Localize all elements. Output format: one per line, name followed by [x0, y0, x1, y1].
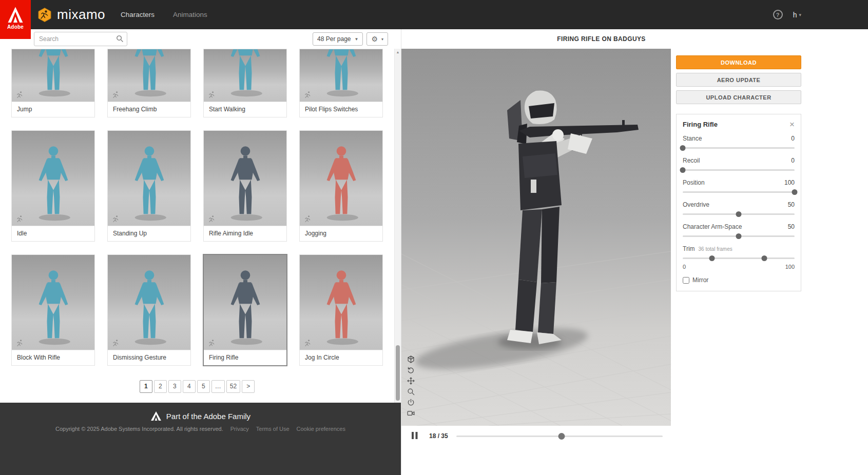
upload-character-button[interactable]: UPLOAD CHARACTER: [676, 90, 801, 104]
slider-track-area[interactable]: [683, 211, 795, 217]
animation-thumbnail[interactable]: [12, 255, 94, 350]
library-scrollbar[interactable]: ▲: [394, 49, 401, 403]
trim-handle-end[interactable]: [762, 255, 767, 261]
nav-animations[interactable]: Animations: [173, 11, 207, 18]
undo-icon[interactable]: [407, 366, 415, 374]
nav-characters[interactable]: Characters: [121, 11, 155, 18]
animation-thumbnail[interactable]: [108, 131, 190, 226]
animation-card-label: Start Walking: [204, 102, 286, 117]
help-button[interactable]: ?: [773, 10, 783, 19]
animation-thumbnail[interactable]: [12, 49, 94, 102]
topbar-right-group: ? h ▾: [773, 0, 801, 29]
cookie-preferences-link[interactable]: Cookie preferences: [297, 426, 345, 432]
animation-card[interactable]: Pilot Flips Switches: [299, 49, 383, 117]
slider-value: 0: [791, 157, 795, 164]
animation-type-run-icon: [304, 339, 312, 347]
animation-card[interactable]: Start Walking: [203, 49, 287, 117]
zoom-icon[interactable]: [407, 387, 415, 396]
animation-thumbnail[interactable]: [108, 255, 190, 350]
animation-thumbnail[interactable]: [204, 255, 286, 350]
animation-card[interactable]: Dismissing Gesture: [107, 254, 191, 366]
slider-track-area[interactable]: [683, 189, 795, 195]
mixamo-logo[interactable]: mixamo: [37, 7, 105, 23]
slider-handle[interactable]: [680, 167, 686, 173]
pagination-page-button[interactable]: 3: [168, 380, 181, 393]
power-icon[interactable]: [407, 398, 415, 407]
animation-card[interactable]: Rifle Aiming Idle: [203, 130, 287, 242]
scrollbar-thumb[interactable]: [396, 345, 400, 401]
slider-track-area[interactable]: [683, 167, 795, 173]
pan-icon[interactable]: [407, 377, 415, 385]
privacy-link[interactable]: Privacy: [230, 426, 249, 432]
animation-card[interactable]: Jump: [11, 49, 95, 117]
animation-thumbnail[interactable]: [300, 49, 382, 102]
animation-card[interactable]: Firing Rifle: [203, 254, 287, 366]
mirror-checkbox[interactable]: [683, 277, 689, 284]
scroll-up-arrow[interactable]: ▲: [395, 49, 401, 56]
adobe-logo[interactable]: Adobe: [0, 0, 31, 39]
pagination-page-button[interactable]: 2: [154, 380, 167, 393]
animation-card[interactable]: Idle: [11, 130, 95, 242]
trim-min: 0: [683, 264, 686, 270]
pagination-page-button[interactable]: 52: [226, 380, 240, 393]
slider-track-area[interactable]: [683, 233, 795, 239]
cube-icon[interactable]: [407, 355, 415, 364]
adobe-family-icon: [150, 411, 162, 421]
trim-track[interactable]: [683, 258, 795, 259]
character-figure: [128, 269, 170, 346]
close-icon[interactable]: ×: [789, 120, 795, 129]
character-figure: [32, 145, 74, 222]
timeline-handle[interactable]: [558, 433, 565, 440]
animation-thumbnail[interactable]: [108, 49, 190, 102]
timeline-slider[interactable]: [456, 432, 663, 440]
slider-handle[interactable]: [736, 233, 742, 239]
search-icon[interactable]: [116, 35, 124, 43]
animation-card[interactable]: Freehang Climb: [107, 49, 191, 117]
terms-link[interactable]: Terms of Use: [256, 426, 290, 432]
trim-minmax-row: 0 100: [683, 264, 795, 270]
slider-track[interactable]: [683, 191, 795, 193]
animation-card-label: Dismissing Gesture: [108, 350, 190, 365]
slider-label: Stance: [683, 135, 702, 142]
video-icon[interactable]: [407, 409, 415, 418]
aero-update-button[interactable]: AERO UPDATE: [676, 73, 801, 87]
panel-header: Firing Rifle ×: [683, 120, 795, 129]
animation-thumbnail[interactable]: [300, 131, 382, 226]
animation-card-label: Jog In Circle: [300, 350, 382, 365]
animation-type-run-icon: [16, 215, 24, 223]
slider-track-area[interactable]: [683, 145, 795, 151]
animation-thumbnail[interactable]: [300, 255, 382, 350]
pause-button[interactable]: [410, 431, 420, 441]
pagination-page-button[interactable]: 4: [183, 380, 196, 393]
mixamo-hexagon-icon: [37, 7, 52, 23]
pagination: 12345…52>: [0, 380, 394, 393]
trim-handle-start[interactable]: [709, 255, 715, 261]
animation-thumbnail[interactable]: [204, 131, 286, 226]
settings-button[interactable]: ⚙ ▾: [367, 32, 388, 46]
animation-card[interactable]: Block With Rifle: [11, 254, 95, 366]
slider-handle[interactable]: [680, 145, 686, 151]
user-menu[interactable]: h ▾: [793, 11, 801, 19]
viewport-3d[interactable]: [401, 49, 671, 426]
pagination-page-button[interactable]: 1: [140, 380, 152, 393]
character-figure: [224, 49, 266, 97]
mirror-checkbox-row[interactable]: Mirror: [683, 276, 795, 284]
slider-track[interactable]: [683, 169, 795, 171]
slider-track[interactable]: [683, 147, 795, 149]
trim-slider[interactable]: [683, 255, 795, 261]
download-button[interactable]: DOWNLOAD: [676, 55, 801, 69]
search-input[interactable]: [34, 32, 127, 46]
slider-handle[interactable]: [736, 211, 742, 217]
pagination-page-button[interactable]: 5: [197, 380, 210, 393]
animation-card-label: Rifle Aiming Idle: [204, 226, 286, 241]
gear-icon: ⚙: [371, 35, 378, 43]
animation-thumbnail[interactable]: [12, 131, 94, 226]
animation-thumbnail[interactable]: [204, 49, 286, 102]
slider-handle[interactable]: [792, 189, 798, 195]
animation-card[interactable]: Jog In Circle: [299, 254, 383, 366]
pagination-page-button: …: [211, 380, 225, 393]
pagination-next-button[interactable]: >: [242, 380, 255, 393]
per-page-select[interactable]: 48 Per page ▼: [313, 32, 363, 46]
animation-card[interactable]: Jogging: [299, 130, 383, 242]
animation-card[interactable]: Standing Up: [107, 130, 191, 242]
